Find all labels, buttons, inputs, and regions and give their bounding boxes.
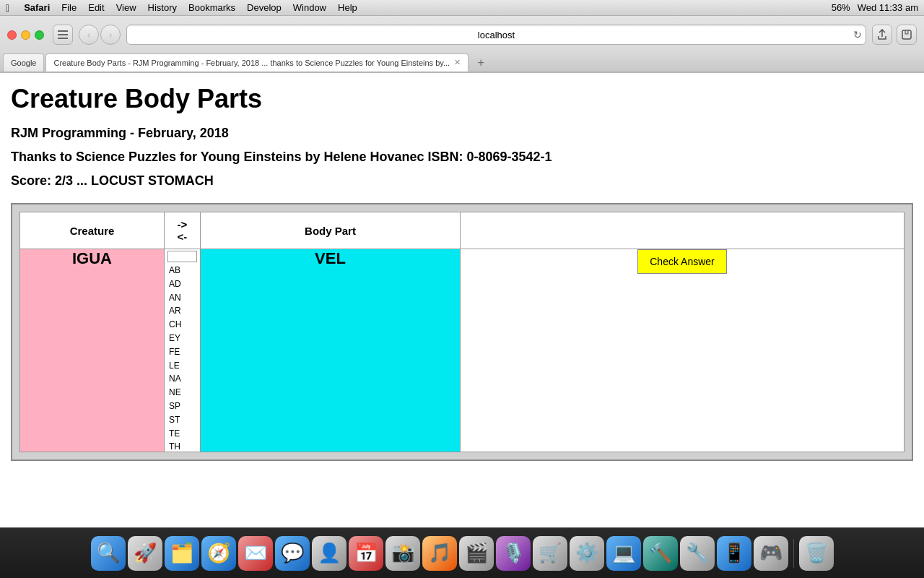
browser-actions [872, 25, 917, 45]
prefix-cell: AB AD AN AR CH EY FE LE NA NE SP ST [165, 249, 201, 452]
tab-google[interactable]: Google [3, 53, 44, 72]
list-item[interactable]: AN [167, 291, 197, 305]
menu-help[interactable]: Help [338, 2, 357, 13]
dock-icon-app3[interactable]: 📱 [717, 536, 751, 571]
creature-value: IGUA [72, 249, 112, 267]
menu-file[interactable]: File [61, 2, 77, 13]
list-item[interactable]: FE [167, 345, 197, 359]
svg-rect-1 [58, 34, 68, 35]
body-part-cell: VEL [201, 249, 461, 452]
dock-icon-app2[interactable]: 🔧 [680, 536, 715, 571]
dock-icon-safari[interactable]: 🧭 [201, 536, 236, 571]
svg-rect-0 [58, 30, 68, 32]
list-item[interactable]: CH [167, 318, 197, 332]
col-result-header [461, 212, 905, 249]
tab-add-button[interactable]: + [473, 53, 489, 72]
game-container: Creature -><- Body Part IGUA AB AD [11, 203, 913, 461]
list-item[interactable]: LE [167, 359, 197, 373]
list-item[interactable]: NE [167, 386, 197, 400]
maximize-button[interactable] [35, 30, 44, 40]
list-item[interactable]: SP [167, 400, 197, 413]
back-button[interactable]: ‹ [79, 25, 99, 45]
sidebar-toggle-button[interactable] [53, 25, 73, 45]
tab-active[interactable]: Creature Body Parts - RJM Programming - … [45, 53, 468, 72]
close-button[interactable] [7, 30, 17, 40]
battery-indicator: 56% [832, 2, 850, 13]
list-item[interactable]: NA [167, 372, 197, 386]
tab-active-label: Creature Body Parts - RJM Programming - … [53, 59, 450, 67]
list-item[interactable]: TE [167, 427, 197, 441]
dock-icon-mail[interactable]: ✉️ [238, 536, 273, 571]
game-table: Creature -><- Body Part IGUA AB AD [19, 212, 905, 452]
address-bar-container: ↻ [126, 25, 866, 45]
check-answer-button[interactable]: Check Answer [637, 249, 726, 274]
dock-icon-app1[interactable]: 🗂️ [165, 536, 199, 571]
body-part-value: VEL [315, 249, 346, 267]
page-thanks: Thanks to Science Puzzles for Young Eins… [11, 150, 913, 165]
list-item[interactable]: TH [167, 440, 197, 452]
prefix-selected-item[interactable] [167, 251, 197, 262]
share-button[interactable] [872, 25, 892, 45]
browser-chrome: ‹ › ↻ Google [0, 16, 924, 73]
dock-icon-settings[interactable]: ⚙️ [570, 536, 604, 571]
page-content: Creature Body Parts RJM Programming - Fe… [0, 73, 924, 527]
page-score: Score: 2/3 ... LOCUST STOMACH [11, 173, 913, 189]
menu-bar:  Safari File Edit View History Bookmark… [0, 0, 924, 16]
dock: 🔍 🚀 🗂️ 🧭 ✉️ 💬 👤 📅 📸 🎵 🎬 🎙️ 🛒 ⚙️ 💻 🔨 🔧 📱 … [0, 527, 924, 578]
tab-google-label: Google [11, 59, 36, 67]
menu-window[interactable]: Window [293, 2, 326, 13]
dock-icon-appstore[interactable]: 🛒 [533, 536, 567, 571]
new-tab-button[interactable] [897, 25, 917, 45]
list-item[interactable]: AB [167, 264, 197, 277]
dock-icon-messages[interactable]: 💬 [275, 536, 310, 571]
dock-icon-xcode[interactable]: 🔨 [643, 536, 678, 571]
dock-icon-contacts[interactable]: 👤 [312, 536, 346, 571]
dock-icon-trash[interactable]: 🗑️ [799, 536, 834, 571]
list-item[interactable]: AD [167, 277, 197, 291]
apple-menu[interactable]:  [6, 2, 9, 14]
menu-view[interactable]: View [116, 2, 136, 13]
dock-icon-podcast[interactable]: 🎙️ [496, 536, 531, 571]
dock-icon-itunes[interactable]: 🎵 [422, 536, 457, 571]
result-cell: Check Answer [461, 249, 905, 452]
dock-icon-finder[interactable]: 🔍 [91, 536, 126, 571]
creature-cell: IGUA [20, 249, 165, 452]
clock: Wed 11:33 am [858, 2, 918, 13]
dock-icon-launchpad[interactable]: 🚀 [128, 536, 162, 571]
list-item[interactable]: ST [167, 413, 197, 427]
menu-edit[interactable]: Edit [88, 2, 104, 13]
dock-icon-calendar[interactable]: 📅 [349, 536, 383, 571]
menu-bookmarks[interactable]: Bookmarks [188, 2, 235, 13]
menu-history[interactable]: History [148, 2, 177, 13]
svg-rect-2 [58, 38, 68, 39]
dock-icon-app4[interactable]: 🎮 [754, 536, 788, 571]
prefix-list[interactable]: AB AD AN AR CH EY FE LE NA NE SP ST [165, 249, 200, 452]
svg-rect-4 [905, 30, 908, 34]
reload-button[interactable]: ↻ [853, 29, 862, 40]
menu-bar-right: 56% Wed 11:33 am [832, 2, 918, 13]
page-title: Creature Body Parts [11, 84, 913, 114]
minimize-button[interactable] [21, 30, 30, 40]
page-subtitle: RJM Programming - February, 2018 [11, 126, 913, 141]
tab-bar: Google Creature Body Parts - RJM Program… [0, 53, 924, 72]
address-bar[interactable] [126, 25, 866, 45]
menu-safari[interactable]: Safari [24, 2, 50, 13]
col-prefix-header: -><- [165, 212, 201, 249]
list-item[interactable]: AR [167, 304, 197, 318]
dock-icon-tv[interactable]: 🎬 [459, 536, 494, 571]
dock-separator [793, 539, 794, 568]
col-creature-header: Creature [20, 212, 165, 249]
col-bodypart-header: Body Part [201, 212, 461, 249]
dock-icon-terminal[interactable]: 💻 [606, 536, 641, 571]
forward-button[interactable]: › [100, 25, 121, 45]
menu-develop[interactable]: Develop [247, 2, 282, 13]
dock-icon-photos[interactable]: 📸 [385, 536, 420, 571]
traffic-lights [7, 30, 44, 40]
list-item[interactable]: EY [167, 332, 197, 345]
browser-toolbar: ‹ › ↻ [0, 16, 924, 53]
tab-close-icon[interactable]: ✕ [454, 58, 461, 67]
nav-buttons: ‹ › [79, 25, 121, 45]
